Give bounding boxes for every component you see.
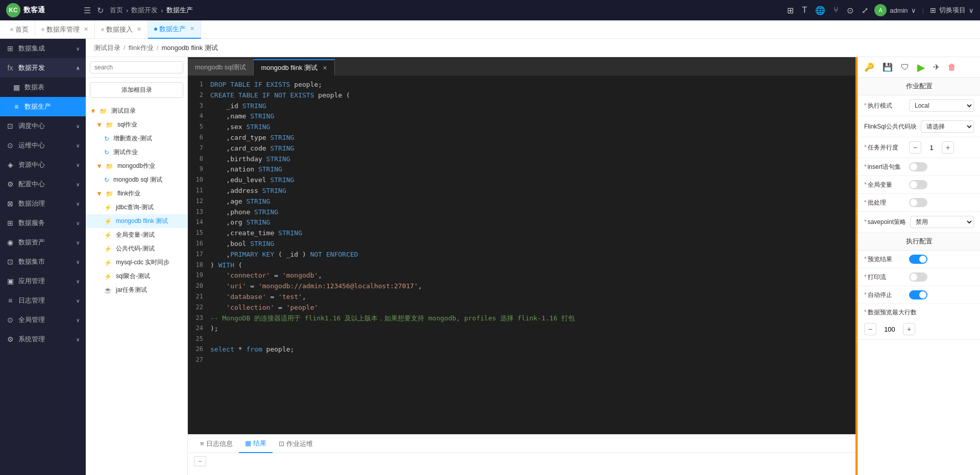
code-line-2: 2 CREATE TABLE IF NOT EXISTS people ( xyxy=(188,90,855,101)
sidebar-item-global[interactable]: ⊙ 全局管理 ∨ xyxy=(0,310,86,330)
resource-arrow: ∨ xyxy=(76,162,80,168)
tree-node-sql-job[interactable]: ▼ 📁 sql作业 xyxy=(86,118,187,132)
bc2-item1[interactable]: 测试目录 xyxy=(94,43,120,53)
tab-home[interactable]: 首页 xyxy=(4,20,35,39)
bottom-tab-ops[interactable]: ⊡ 作业运维 xyxy=(273,435,319,453)
app-title: 数客通 xyxy=(23,6,45,15)
bottom-tab-result[interactable]: ▦ 结果 xyxy=(239,435,273,453)
tree-node-mongo-flink[interactable]: ⚡ mongodb flink 测试 xyxy=(86,214,187,228)
sidebar-item-table[interactable]: ▦ 数据表 xyxy=(0,78,86,97)
tree-node-mysql-cdc[interactable]: ⚡ mysql-cdc 实时同步 xyxy=(86,256,187,269)
insert-toggle[interactable] xyxy=(909,162,927,171)
header-icon-2[interactable]: T xyxy=(802,6,807,15)
folder-icon-flink: 📁 xyxy=(106,190,113,197)
max-rows-increase[interactable]: + xyxy=(903,323,915,335)
bottom-tab-log[interactable]: ≡ 日志信息 xyxy=(194,435,239,453)
parallel-decrease[interactable]: − xyxy=(909,141,921,154)
tab-db-mgmt[interactable]: 数据库管理 ✕ xyxy=(35,20,95,39)
sidebar-item-market[interactable]: ⊡ 数据集市 ∨ xyxy=(0,252,86,271)
tree-node-crud[interactable]: ↻ 增删查改-测试 xyxy=(86,132,187,145)
toolbar-key-icon[interactable]: 🔑 xyxy=(864,62,874,72)
sidebar-item-integration[interactable]: ⊞ 数据集成 ∨ xyxy=(0,39,86,58)
preview-toggle[interactable] xyxy=(909,255,927,264)
tab-db-close[interactable]: ✕ xyxy=(84,26,88,33)
tree-node-mongodb[interactable]: ▼ 📁 mongodb作业 xyxy=(86,159,187,173)
tab-production-close[interactable]: ✕ xyxy=(190,26,194,32)
sidebar-item-production[interactable]: ≡ 数据生产 xyxy=(0,97,86,116)
sidebar-item-ops[interactable]: ⊙ 运维中心 ∨ xyxy=(0,136,86,155)
log-icon: ≡ xyxy=(6,296,14,305)
editor-tab-close[interactable]: ✕ xyxy=(323,65,327,71)
toolbar-run-icon[interactable]: ▶ xyxy=(917,61,925,73)
toolbar-save-icon[interactable]: 💾 xyxy=(883,62,893,72)
code-line-13: 13 ,phone STRING xyxy=(188,207,855,218)
header-icon-5[interactable]: ⊙ xyxy=(847,6,853,15)
sidebar-item-app[interactable]: ▣ 应用管理 ∨ xyxy=(0,271,86,291)
market-icon: ⊡ xyxy=(6,258,14,266)
parallel-increase[interactable]: + xyxy=(942,141,954,154)
toolbar-send-icon[interactable]: ✈ xyxy=(933,62,940,72)
sidebar-item-governance[interactable]: ⊠ 数据治理 ∨ xyxy=(0,194,86,213)
tree-node-flink[interactable]: ▼ 📁 flink作业 xyxy=(86,187,187,201)
tree-node-root[interactable]: ▼ 📁 测试目录 xyxy=(86,104,187,118)
bc2-item2[interactable]: flink作业 xyxy=(129,43,154,53)
refresh-icon[interactable]: ↻ xyxy=(97,6,104,15)
flinksql-row: FlinkSql公共代码块 请选择 xyxy=(858,116,980,137)
tree-node-sql-agg[interactable]: ⚡ sql聚合-测试 xyxy=(86,269,187,283)
sidebar-item-schedule[interactable]: ⊡ 调度中心 ∨ xyxy=(0,116,86,136)
breadcrumb-data-dev[interactable]: 数据开发 xyxy=(131,6,158,15)
search-input[interactable] xyxy=(90,61,183,73)
header-icon-4[interactable]: ⑂ xyxy=(834,6,839,15)
menu-icon[interactable]: ☰ xyxy=(84,6,91,15)
sidebar-item-assets[interactable]: ◉ 数据资产 ∨ xyxy=(0,233,86,252)
sidebar-item-system[interactable]: ⚙ 系统管理 ∨ xyxy=(0,330,86,349)
sidebar-item-log[interactable]: ≡ 日志管理 ∨ xyxy=(0,291,86,310)
header-icon-6[interactable]: ⤢ xyxy=(862,6,868,15)
editor-tab-mongo-sql[interactable]: mongodb sql测试 xyxy=(188,59,254,76)
tree-node-mongo-sql[interactable]: ↻ mongodb sql 测试 xyxy=(86,173,187,187)
tab-data-import[interactable]: 数据接入 ✕ xyxy=(95,20,148,39)
tree-node-public-code[interactable]: ⚡ 公共代码-测试 xyxy=(86,242,187,256)
collapse-button[interactable]: − xyxy=(194,456,206,466)
tree-node-global-var[interactable]: ⚡ 全局变量-测试 xyxy=(86,228,187,242)
editor-tab-mongo-flink[interactable]: mongodb flink 测试 ✕ xyxy=(254,59,335,76)
code-line-23: 23 -- MongoDB 的连接器适用于 flink1.16 及以上版本，如果… xyxy=(188,313,855,324)
schedule-arrow: ∨ xyxy=(76,123,80,129)
header-icon-3[interactable]: 🌐 xyxy=(815,6,825,15)
folder-icon-mongo: 📁 xyxy=(106,163,113,170)
sidebar-item-dev[interactable]: fx 数据开发 ∧ xyxy=(0,58,86,78)
tab-import-close[interactable]: ✕ xyxy=(137,26,141,33)
tree-node-jdbc[interactable]: ⚡ jdbc查询-测试 xyxy=(86,201,187,214)
print-flow-toggle[interactable] xyxy=(909,272,927,282)
max-rows-decrease[interactable]: − xyxy=(864,323,876,335)
add-root-button[interactable]: 添加根目录 xyxy=(90,82,183,98)
sidebar-item-config[interactable]: ⚙ 配置中心 ∨ xyxy=(0,174,86,194)
exec-mode-select[interactable]: Local Standalone Yarn xyxy=(909,99,974,112)
toolbar-shield-icon[interactable]: 🛡 xyxy=(901,63,909,72)
file-tree-search-area xyxy=(86,57,187,78)
sidebar-item-service[interactable]: ⊞ 数据服务 ∨ xyxy=(0,213,86,233)
flinksql-select[interactable]: 请选择 xyxy=(921,120,974,133)
folder-arrow-flink: ▼ xyxy=(96,190,103,197)
code-editor[interactable]: 1 DROP TABLE IF EXISTS people; 2 CREATE … xyxy=(188,76,855,434)
sidebar-item-resource[interactable]: ◈ 资源中心 ∨ xyxy=(0,155,86,174)
header-icon-1[interactable]: ⊞ xyxy=(787,6,794,15)
batch-toggle[interactable] xyxy=(909,198,927,207)
tree-node-test-job[interactable]: ↻ 测试作业 xyxy=(86,145,187,159)
savepoint-select[interactable]: 禁用 最近一次 xyxy=(910,216,974,228)
switch-project[interactable]: ⊞ 切换项目 ∨ xyxy=(930,6,974,15)
user-area[interactable]: A admin ∨ xyxy=(874,4,916,16)
switch-project-label: 切换项目 xyxy=(939,6,966,15)
code-line-9: 9 ,nation STRING xyxy=(188,164,855,175)
integration-label: 数据集成 xyxy=(18,44,72,53)
tab-data-production[interactable]: 数据生产 ✕ xyxy=(148,20,201,39)
breadcrumb-home[interactable]: 首页 xyxy=(110,6,123,15)
toolbar-delete-icon[interactable]: 🗑 xyxy=(948,63,956,72)
tree-node-jar[interactable]: ☕ jar任务测试 xyxy=(86,283,187,297)
code-line-17: 17 ,PRIMARY KEY ( _id ) NOT ENFORCED xyxy=(188,249,855,260)
auto-stop-toggle[interactable] xyxy=(909,290,927,299)
tree-label-mongo: mongodb作业 xyxy=(117,162,155,170)
app-icon: ▣ xyxy=(6,277,14,285)
global-var-toggle[interactable] xyxy=(909,180,927,189)
editor-tab-mongo-sql-label: mongodb sql测试 xyxy=(195,63,246,72)
